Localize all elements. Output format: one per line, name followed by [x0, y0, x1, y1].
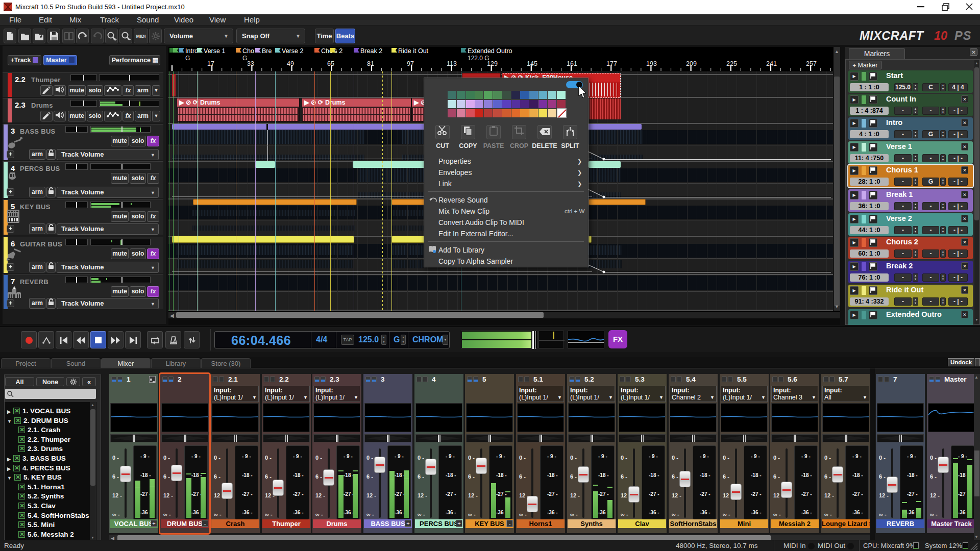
- svg-text:10: 10: [934, 29, 947, 42]
- svg-text:MIXCRAFT: MIXCRAFT: [860, 29, 924, 42]
- svg-text:PS: PS: [954, 29, 971, 42]
